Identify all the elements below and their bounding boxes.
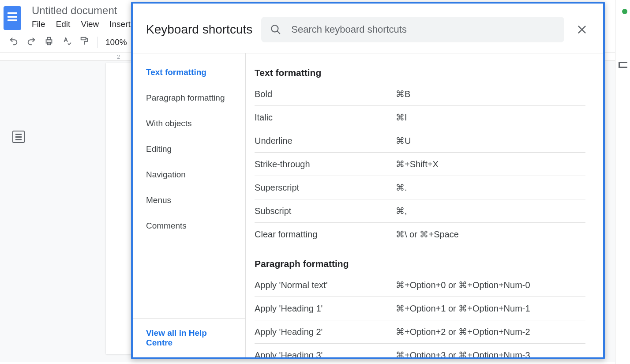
zoom-value: 100% xyxy=(105,38,127,47)
shortcut-label: Apply 'Heading 3' xyxy=(255,350,396,358)
section-title: Text formatting xyxy=(255,68,585,78)
svg-rect-3 xyxy=(81,38,86,40)
shortcut-label: Underline xyxy=(255,136,396,146)
shortcut-label: Apply 'Heading 2' xyxy=(255,327,396,337)
shortcut-row: Italic⌘I xyxy=(255,106,585,129)
svg-line-5 xyxy=(278,31,281,34)
shortcut-label: Strike-through xyxy=(255,159,396,169)
right-side-panel xyxy=(615,0,630,364)
category-comments[interactable]: Comments xyxy=(133,213,245,239)
dialog-title: Keyboard shortcuts xyxy=(146,23,252,37)
menu-view[interactable]: View xyxy=(81,19,99,29)
close-button[interactable] xyxy=(573,21,591,38)
svg-point-4 xyxy=(272,25,278,32)
menu-insert[interactable]: Insert xyxy=(109,19,131,29)
undo-icon[interactable] xyxy=(9,36,19,48)
dialog-header: Keyboard shortcuts xyxy=(133,4,603,53)
category-text-formatting[interactable]: Text formatting xyxy=(133,60,245,85)
shortcut-label: Clear formatting xyxy=(255,229,396,240)
shortcut-row: Apply 'Heading 2'⌘+Option+2 or ⌘+Option+… xyxy=(255,320,585,344)
shortcut-label: Subscript xyxy=(255,206,396,216)
shortcut-label: Apply 'Heading 1' xyxy=(255,304,396,314)
shortcut-keys: ⌘B xyxy=(396,89,585,99)
decrease-indent-icon[interactable] xyxy=(619,62,627,68)
shortcut-keys: ⌘\ or ⌘+Space xyxy=(396,229,585,240)
shortcut-row: Clear formatting⌘\ or ⌘+Space xyxy=(255,223,585,246)
shortcut-keys: ⌘. xyxy=(396,182,585,193)
shortcut-keys: ⌘U xyxy=(396,135,585,146)
category-with-objects[interactable]: With objects xyxy=(133,111,245,136)
close-icon xyxy=(576,23,588,36)
shortcut-row: Apply 'Heading 3'⌘+Option+3 or ⌘+Option+… xyxy=(255,344,585,357)
search-input[interactable] xyxy=(291,24,555,35)
ruler-tick: 2 xyxy=(117,53,120,60)
category-editing[interactable]: Editing xyxy=(133,136,245,162)
redo-icon[interactable] xyxy=(26,36,36,48)
shortcut-keys: ⌘, xyxy=(396,206,585,216)
section-paragraph-formatting: Paragraph formattingApply 'Normal text'⌘… xyxy=(255,259,585,357)
shortcut-label: Superscript xyxy=(255,183,396,193)
shortcut-keys: ⌘+Shift+X xyxy=(396,159,585,169)
calendar-icon[interactable] xyxy=(622,9,627,14)
menu-file[interactable]: File xyxy=(32,19,45,29)
spellcheck-icon[interactable] xyxy=(62,36,71,48)
shortcut-row: Apply 'Normal text'⌘+Option+0 or ⌘+Optio… xyxy=(255,274,585,297)
section-title: Paragraph formatting xyxy=(255,259,585,269)
docs-logo[interactable] xyxy=(4,6,21,30)
shortcut-keys: ⌘I xyxy=(396,112,585,123)
shortcut-row: Strike-through⌘+Shift+X xyxy=(255,153,585,176)
shortcut-label: Apply 'Normal text' xyxy=(255,280,396,290)
svg-rect-1 xyxy=(47,38,50,40)
toolbar-separator xyxy=(97,37,98,48)
shortcut-row: Underline⌘U xyxy=(255,129,585,153)
category-menus[interactable]: Menus xyxy=(133,188,245,213)
outline-toggle-icon[interactable] xyxy=(12,131,25,143)
search-field-wrap[interactable] xyxy=(261,17,564,42)
menu-bar: File Edit View Insert xyxy=(32,19,131,29)
shortcut-row: Bold⌘B xyxy=(255,83,585,106)
dialog-body: Text formattingParagraph formattingWith … xyxy=(133,53,603,357)
shortcut-keys: ⌘+Option+2 or ⌘+Option+Num-2 xyxy=(396,326,585,337)
shortcut-row: Apply 'Heading 1'⌘+Option+1 or ⌘+Option+… xyxy=(255,297,585,320)
document-title[interactable]: Untitled document xyxy=(32,4,131,17)
section-text-formatting: Text formattingBold⌘BItalic⌘IUnderline⌘U… xyxy=(255,68,585,246)
shortcut-keys: ⌘+Option+3 or ⌘+Option+Num-3 xyxy=(396,350,585,357)
shortcut-keys: ⌘+Option+1 or ⌘+Option+Num-1 xyxy=(396,303,585,314)
shortcut-label: Italic xyxy=(255,113,396,123)
menu-edit[interactable]: Edit xyxy=(56,19,71,29)
keyboard-shortcuts-dialog: Keyboard shortcuts Text formattingParagr… xyxy=(131,2,605,359)
shortcut-label: Bold xyxy=(255,89,396,99)
shortcut-row: Subscript⌘, xyxy=(255,199,585,223)
category-paragraph-formatting[interactable]: Paragraph formatting xyxy=(133,85,245,111)
category-navigation[interactable]: Navigation xyxy=(133,162,245,188)
print-icon[interactable] xyxy=(44,36,54,48)
paint-format-icon[interactable] xyxy=(79,36,89,48)
search-icon xyxy=(270,24,281,35)
shortcut-row: Superscript⌘. xyxy=(255,176,585,199)
help-centre-link[interactable]: View all in Help Centre xyxy=(133,318,245,357)
category-sidebar: Text formattingParagraph formattingWith … xyxy=(133,53,246,357)
shortcuts-content[interactable]: Text formattingBold⌘BItalic⌘IUnderline⌘U… xyxy=(246,53,603,357)
shortcut-keys: ⌘+Option+0 or ⌘+Option+Num-0 xyxy=(396,280,585,290)
